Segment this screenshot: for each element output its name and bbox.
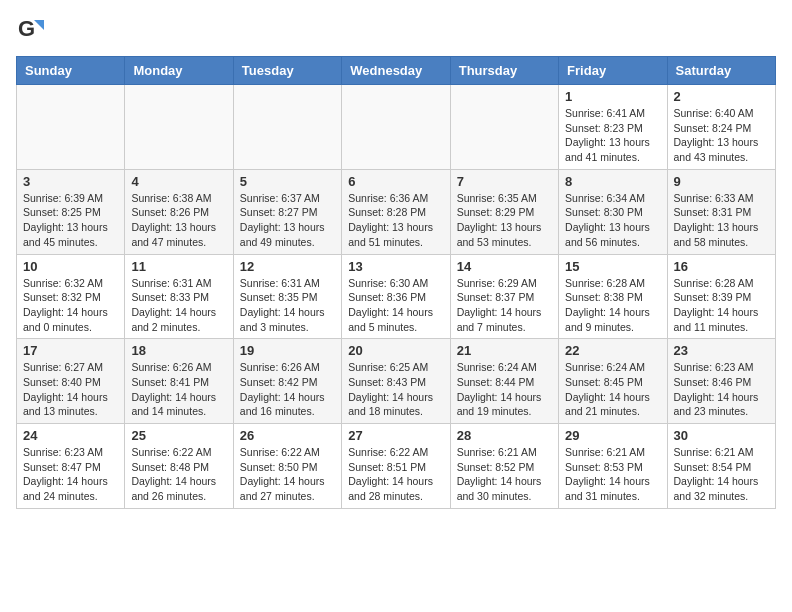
- day-number: 8: [565, 174, 660, 189]
- header-sunday: Sunday: [17, 57, 125, 85]
- calendar-cell: 30Sunrise: 6:21 AM Sunset: 8:54 PM Dayli…: [667, 424, 775, 509]
- calendar-cell: 22Sunrise: 6:24 AM Sunset: 8:45 PM Dayli…: [559, 339, 667, 424]
- calendar-cell: 28Sunrise: 6:21 AM Sunset: 8:52 PM Dayli…: [450, 424, 558, 509]
- calendar-cell: 10Sunrise: 6:32 AM Sunset: 8:32 PM Dayli…: [17, 254, 125, 339]
- calendar-header-row: SundayMondayTuesdayWednesdayThursdayFrid…: [17, 57, 776, 85]
- calendar-cell: [450, 85, 558, 170]
- logo-icon: G: [16, 16, 44, 44]
- calendar-cell: 12Sunrise: 6:31 AM Sunset: 8:35 PM Dayli…: [233, 254, 341, 339]
- header-monday: Monday: [125, 57, 233, 85]
- logo: G: [16, 16, 48, 44]
- day-info: Sunrise: 6:36 AM Sunset: 8:28 PM Dayligh…: [348, 191, 443, 250]
- day-info: Sunrise: 6:22 AM Sunset: 8:48 PM Dayligh…: [131, 445, 226, 504]
- calendar-cell: 19Sunrise: 6:26 AM Sunset: 8:42 PM Dayli…: [233, 339, 341, 424]
- day-number: 26: [240, 428, 335, 443]
- header-wednesday: Wednesday: [342, 57, 450, 85]
- day-info: Sunrise: 6:30 AM Sunset: 8:36 PM Dayligh…: [348, 276, 443, 335]
- day-number: 16: [674, 259, 769, 274]
- day-info: Sunrise: 6:31 AM Sunset: 8:33 PM Dayligh…: [131, 276, 226, 335]
- day-info: Sunrise: 6:37 AM Sunset: 8:27 PM Dayligh…: [240, 191, 335, 250]
- calendar-week-1: 3Sunrise: 6:39 AM Sunset: 8:25 PM Daylig…: [17, 169, 776, 254]
- day-info: Sunrise: 6:29 AM Sunset: 8:37 PM Dayligh…: [457, 276, 552, 335]
- calendar-cell: 21Sunrise: 6:24 AM Sunset: 8:44 PM Dayli…: [450, 339, 558, 424]
- day-info: Sunrise: 6:21 AM Sunset: 8:53 PM Dayligh…: [565, 445, 660, 504]
- day-number: 25: [131, 428, 226, 443]
- calendar-cell: 2Sunrise: 6:40 AM Sunset: 8:24 PM Daylig…: [667, 85, 775, 170]
- header-tuesday: Tuesday: [233, 57, 341, 85]
- calendar-cell: 26Sunrise: 6:22 AM Sunset: 8:50 PM Dayli…: [233, 424, 341, 509]
- calendar-cell: 7Sunrise: 6:35 AM Sunset: 8:29 PM Daylig…: [450, 169, 558, 254]
- day-info: Sunrise: 6:39 AM Sunset: 8:25 PM Dayligh…: [23, 191, 118, 250]
- day-info: Sunrise: 6:27 AM Sunset: 8:40 PM Dayligh…: [23, 360, 118, 419]
- day-info: Sunrise: 6:21 AM Sunset: 8:52 PM Dayligh…: [457, 445, 552, 504]
- calendar-cell: 8Sunrise: 6:34 AM Sunset: 8:30 PM Daylig…: [559, 169, 667, 254]
- day-number: 24: [23, 428, 118, 443]
- day-info: Sunrise: 6:24 AM Sunset: 8:45 PM Dayligh…: [565, 360, 660, 419]
- day-info: Sunrise: 6:23 AM Sunset: 8:46 PM Dayligh…: [674, 360, 769, 419]
- calendar-week-0: 1Sunrise: 6:41 AM Sunset: 8:23 PM Daylig…: [17, 85, 776, 170]
- calendar-cell: 13Sunrise: 6:30 AM Sunset: 8:36 PM Dayli…: [342, 254, 450, 339]
- calendar-cell: [233, 85, 341, 170]
- calendar-cell: 15Sunrise: 6:28 AM Sunset: 8:38 PM Dayli…: [559, 254, 667, 339]
- day-info: Sunrise: 6:22 AM Sunset: 8:51 PM Dayligh…: [348, 445, 443, 504]
- day-number: 6: [348, 174, 443, 189]
- day-info: Sunrise: 6:21 AM Sunset: 8:54 PM Dayligh…: [674, 445, 769, 504]
- calendar-cell: 29Sunrise: 6:21 AM Sunset: 8:53 PM Dayli…: [559, 424, 667, 509]
- day-number: 10: [23, 259, 118, 274]
- calendar-cell: 25Sunrise: 6:22 AM Sunset: 8:48 PM Dayli…: [125, 424, 233, 509]
- day-info: Sunrise: 6:32 AM Sunset: 8:32 PM Dayligh…: [23, 276, 118, 335]
- calendar-week-3: 17Sunrise: 6:27 AM Sunset: 8:40 PM Dayli…: [17, 339, 776, 424]
- day-number: 1: [565, 89, 660, 104]
- calendar-cell: 14Sunrise: 6:29 AM Sunset: 8:37 PM Dayli…: [450, 254, 558, 339]
- calendar-cell: 24Sunrise: 6:23 AM Sunset: 8:47 PM Dayli…: [17, 424, 125, 509]
- day-info: Sunrise: 6:38 AM Sunset: 8:26 PM Dayligh…: [131, 191, 226, 250]
- day-number: 18: [131, 343, 226, 358]
- calendar-cell: 18Sunrise: 6:26 AM Sunset: 8:41 PM Dayli…: [125, 339, 233, 424]
- day-info: Sunrise: 6:25 AM Sunset: 8:43 PM Dayligh…: [348, 360, 443, 419]
- calendar-cell: 16Sunrise: 6:28 AM Sunset: 8:39 PM Dayli…: [667, 254, 775, 339]
- calendar-cell: 6Sunrise: 6:36 AM Sunset: 8:28 PM Daylig…: [342, 169, 450, 254]
- calendar-cell: 9Sunrise: 6:33 AM Sunset: 8:31 PM Daylig…: [667, 169, 775, 254]
- day-number: 23: [674, 343, 769, 358]
- day-number: 29: [565, 428, 660, 443]
- day-number: 22: [565, 343, 660, 358]
- svg-text:G: G: [18, 16, 35, 41]
- day-number: 3: [23, 174, 118, 189]
- day-number: 14: [457, 259, 552, 274]
- day-number: 21: [457, 343, 552, 358]
- day-info: Sunrise: 6:41 AM Sunset: 8:23 PM Dayligh…: [565, 106, 660, 165]
- day-number: 28: [457, 428, 552, 443]
- day-number: 13: [348, 259, 443, 274]
- calendar-cell: 11Sunrise: 6:31 AM Sunset: 8:33 PM Dayli…: [125, 254, 233, 339]
- day-number: 11: [131, 259, 226, 274]
- day-number: 17: [23, 343, 118, 358]
- svg-marker-1: [34, 20, 44, 30]
- day-info: Sunrise: 6:28 AM Sunset: 8:38 PM Dayligh…: [565, 276, 660, 335]
- day-info: Sunrise: 6:22 AM Sunset: 8:50 PM Dayligh…: [240, 445, 335, 504]
- calendar-cell: 17Sunrise: 6:27 AM Sunset: 8:40 PM Dayli…: [17, 339, 125, 424]
- day-info: Sunrise: 6:23 AM Sunset: 8:47 PM Dayligh…: [23, 445, 118, 504]
- day-number: 9: [674, 174, 769, 189]
- day-info: Sunrise: 6:26 AM Sunset: 8:42 PM Dayligh…: [240, 360, 335, 419]
- day-info: Sunrise: 6:31 AM Sunset: 8:35 PM Dayligh…: [240, 276, 335, 335]
- day-info: Sunrise: 6:26 AM Sunset: 8:41 PM Dayligh…: [131, 360, 226, 419]
- day-number: 4: [131, 174, 226, 189]
- day-number: 15: [565, 259, 660, 274]
- calendar-cell: [342, 85, 450, 170]
- day-number: 27: [348, 428, 443, 443]
- header: G: [16, 16, 776, 44]
- header-friday: Friday: [559, 57, 667, 85]
- day-number: 30: [674, 428, 769, 443]
- day-info: Sunrise: 6:35 AM Sunset: 8:29 PM Dayligh…: [457, 191, 552, 250]
- header-thursday: Thursday: [450, 57, 558, 85]
- day-number: 12: [240, 259, 335, 274]
- calendar-cell: 1Sunrise: 6:41 AM Sunset: 8:23 PM Daylig…: [559, 85, 667, 170]
- day-info: Sunrise: 6:40 AM Sunset: 8:24 PM Dayligh…: [674, 106, 769, 165]
- calendar-cell: 23Sunrise: 6:23 AM Sunset: 8:46 PM Dayli…: [667, 339, 775, 424]
- day-number: 7: [457, 174, 552, 189]
- day-info: Sunrise: 6:34 AM Sunset: 8:30 PM Dayligh…: [565, 191, 660, 250]
- calendar-week-2: 10Sunrise: 6:32 AM Sunset: 8:32 PM Dayli…: [17, 254, 776, 339]
- calendar-cell: 20Sunrise: 6:25 AM Sunset: 8:43 PM Dayli…: [342, 339, 450, 424]
- day-info: Sunrise: 6:24 AM Sunset: 8:44 PM Dayligh…: [457, 360, 552, 419]
- calendar-cell: 27Sunrise: 6:22 AM Sunset: 8:51 PM Dayli…: [342, 424, 450, 509]
